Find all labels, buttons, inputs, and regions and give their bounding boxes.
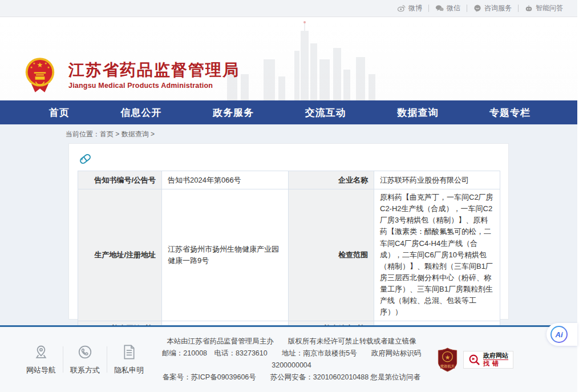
footer-link-label: 隐私申明 bbox=[112, 365, 146, 375]
field-label-company: 企业名称 bbox=[289, 171, 374, 189]
field-label-notice-no: 告知书编号/公告号 bbox=[78, 171, 162, 189]
consult-service-icon bbox=[473, 5, 481, 13]
breadcrumb-prefix: 当前位置： bbox=[66, 130, 100, 138]
badge-site-label: 政府网站 bbox=[483, 352, 508, 359]
table-row: 告知书编号/公告号 告知书2024年第066号 企业名称 江苏联环药业股份有限公… bbox=[78, 171, 500, 189]
footer-links: 网站导航 联系方式 隐私申明 bbox=[24, 344, 146, 375]
svg-text:党政机关: 党政机关 bbox=[440, 363, 455, 368]
nav-item-home[interactable]: 首页 bbox=[49, 106, 70, 119]
footer-divider bbox=[107, 346, 107, 373]
svg-text:★: ★ bbox=[445, 353, 451, 360]
field-label-address: 生产地址/注册地址 bbox=[78, 189, 162, 321]
badge-find-label: 找错 bbox=[483, 359, 508, 367]
field-value-address: 江苏省扬州市扬州生物健康产业园健康一路9号 bbox=[162, 189, 289, 321]
topbar-item-label: 微博 bbox=[408, 3, 422, 13]
ai-assistant-widget: Ai bbox=[546, 323, 577, 346]
footer-link-privacy[interactable]: 隐私申明 bbox=[112, 344, 146, 375]
field-label-scope: 检查范围 bbox=[289, 189, 374, 321]
detail-card: 告知书编号/公告号 告知书2024年第066号 企业名称 江苏联环药业股份有限公… bbox=[68, 143, 509, 320]
breadcrumb-separator: > bbox=[115, 130, 119, 138]
main-nav: 首页 信息公开 政务服务 交流互动 数据查询 专题专栏 bbox=[0, 100, 577, 124]
svg-text:★: ★ bbox=[37, 61, 43, 69]
city-skyline-graphic bbox=[221, 19, 387, 100]
footer-link-site-nav[interactable]: 网站导航 bbox=[24, 344, 58, 375]
svg-text:★: ★ bbox=[33, 62, 35, 65]
svg-text:★: ★ bbox=[30, 66, 33, 69]
svg-text:★: ★ bbox=[47, 66, 50, 69]
topbar-item-label: 咨询服务 bbox=[484, 3, 512, 13]
breadcrumb-data-query-link[interactable]: 数据查询 bbox=[122, 130, 149, 138]
field-value-notice-no: 告知书2024年第066号 bbox=[162, 171, 289, 189]
site-header: ★ ★ ★ ★ ★ 江苏省药品监督管理局 Jiangsu Medical Pro… bbox=[0, 17, 577, 100]
nav-item-data-query[interactable]: 数据查询 bbox=[397, 106, 438, 119]
find-error-magnifier-icon bbox=[468, 354, 480, 366]
breadcrumb-separator: > bbox=[151, 130, 155, 138]
footer-link-label: 联系方式 bbox=[68, 365, 102, 375]
field-value-company: 江苏联环药业股份有限公司 bbox=[374, 171, 500, 189]
main-content: 当前位置：首页 > 数据查询 > 告知书编号/公告号 bbox=[0, 124, 577, 325]
nav-item-interaction[interactable]: 交流互动 bbox=[305, 106, 346, 119]
party-gov-badge[interactable]: ★ 党政机关 bbox=[437, 347, 458, 372]
national-emblem-logo: ★ ★ ★ ★ ★ bbox=[24, 57, 56, 94]
site-nav-icon bbox=[33, 344, 49, 360]
ai-assistant-button[interactable]: Ai bbox=[550, 326, 568, 343]
table-row: 生产地址/注册地址 江苏省扬州市扬州生物健康产业园健康一路9号 检查范围 原料药… bbox=[78, 189, 500, 321]
page: 微博 微信 咨询服务 智能问答 bbox=[0, 0, 577, 392]
footer-line-host: 本站由江苏省药品监督管理局主办 版权所有未经许可禁止转载或者建立镜像 bbox=[151, 336, 432, 347]
card-icon-row bbox=[78, 151, 500, 171]
footer-divider bbox=[63, 346, 63, 373]
site-title: 江苏省药品监督管理局 bbox=[68, 62, 240, 79]
badge-text: 政府网站 找错 bbox=[483, 352, 508, 367]
topbar-item-label: 微信 bbox=[447, 3, 460, 13]
footer-link-contact[interactable]: 联系方式 bbox=[68, 344, 102, 375]
nav-item-gov-services[interactable]: 政务服务 bbox=[213, 106, 254, 119]
footer-line-contact: 邮编：210008 电话：83273610 地址：南京市鼓楼街5号 政府网站标识… bbox=[151, 347, 432, 371]
svg-text:★: ★ bbox=[44, 62, 47, 65]
topbar-item-consult[interactable]: 咨询服务 bbox=[467, 3, 518, 13]
nav-item-special-topics[interactable]: 专题专栏 bbox=[489, 106, 531, 119]
pill-icon bbox=[78, 151, 93, 167]
topbar-item-label: 智能问答 bbox=[536, 3, 563, 13]
footer-line-icp: 备案号：苏ICP备09039606号 苏公网安备：32010602010488 … bbox=[151, 371, 432, 383]
topbar-item-wechat[interactable]: 微信 bbox=[429, 3, 467, 13]
smart-qa-icon bbox=[525, 5, 533, 13]
breadcrumb: 当前位置：首页 > 数据查询 > bbox=[66, 130, 577, 143]
contact-icon bbox=[77, 344, 93, 360]
footer-link-label: 网站导航 bbox=[24, 365, 58, 375]
field-value-scope: 原料药【曲克芦丁，一车间C2厂房C2-H2生产线（合成），一车间C2厂房3号精烘… bbox=[374, 189, 500, 321]
topbar: 微博 微信 咨询服务 智能问答 bbox=[0, 0, 577, 17]
weibo-icon bbox=[397, 5, 406, 12]
site-subtitle: Jiangsu Medical Products Administration bbox=[68, 82, 240, 90]
footer: 网站导航 联系方式 隐私申明 本站由江苏省药品监督管理局主办 版权所有未经许可禁… bbox=[0, 325, 577, 392]
topbar-item-weibo[interactable]: 微博 bbox=[391, 3, 428, 13]
nav-item-info-disclosure[interactable]: 信息公开 bbox=[121, 106, 162, 119]
footer-info: 本站由江苏省药品监督管理局主办 版权所有未经许可禁止转载或者建立镜像 邮编：21… bbox=[146, 336, 437, 383]
brand: ★ ★ ★ ★ ★ 江苏省药品监督管理局 Jiangsu Medical Pro… bbox=[24, 57, 240, 94]
gov-site-error-report-badge[interactable]: 政府网站 找错 bbox=[463, 351, 513, 369]
brand-text: 江苏省药品监督管理局 Jiangsu Medical Products Admi… bbox=[68, 62, 240, 90]
topbar-item-smart-qa[interactable]: 智能问答 bbox=[519, 3, 569, 13]
footer-badges: ★ 党政机关 政府网站 找错 bbox=[437, 347, 513, 372]
breadcrumb-home-link[interactable]: 首页 bbox=[100, 130, 114, 138]
privacy-icon bbox=[122, 344, 136, 360]
wechat-icon bbox=[435, 5, 444, 12]
